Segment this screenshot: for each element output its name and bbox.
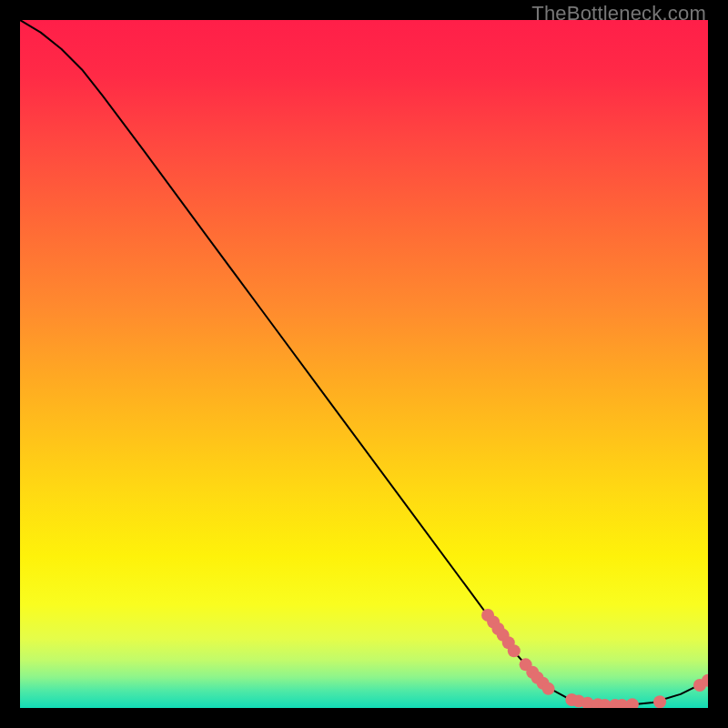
watermark-text: TheBottleneck.com — [531, 2, 706, 25]
data-point — [542, 682, 555, 695]
chart-frame: TheBottleneck.com — [0, 0, 728, 728]
data-point — [653, 695, 666, 708]
chart-svg — [20, 20, 708, 708]
plot-area — [20, 20, 708, 708]
data-point — [508, 644, 521, 657]
